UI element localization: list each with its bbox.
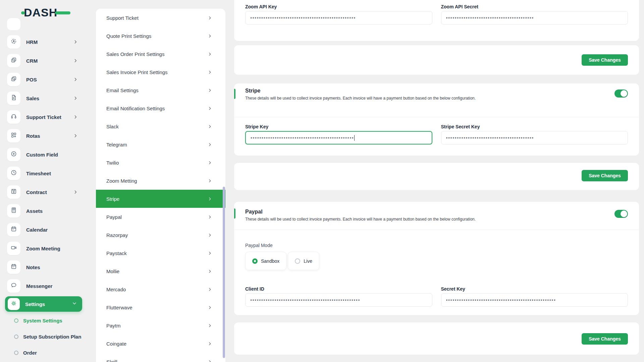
logo-dash-accent xyxy=(55,11,70,14)
chevron-right-icon xyxy=(208,70,212,74)
masked-key-input[interactable]: ****************************************… xyxy=(245,131,432,144)
field-label: Secret Key xyxy=(441,286,628,292)
settings-nav-item-label: Slack xyxy=(106,124,208,129)
masked-key-input[interactable]: ****************************************… xyxy=(245,11,432,24)
scrolled-nav-icon-tile xyxy=(7,18,20,30)
settings-submenu-item[interactable]: Order xyxy=(0,345,88,361)
settings-nav-item[interactable]: Email Notification Settings xyxy=(96,99,225,117)
chevron-right-icon xyxy=(73,133,78,138)
chevron-right-icon xyxy=(73,40,78,44)
settings-nav-item-label: Zoom Metting xyxy=(106,178,208,184)
sidebar-item[interactable]: POS xyxy=(0,70,88,89)
chevron-right-icon xyxy=(208,323,212,328)
sidebar-item[interactable]: Support Ticket xyxy=(0,108,88,126)
sidebar-item[interactable]: CRM xyxy=(0,51,88,70)
settings-nav-item[interactable]: Skrill xyxy=(96,353,225,362)
save-changes-button[interactable]: Save Changes xyxy=(582,333,628,345)
settings-nav-item-label: Coingate xyxy=(106,341,208,347)
settings-nav-item-label: Mercado xyxy=(106,287,208,292)
sidebar-item[interactable]: Assets xyxy=(0,201,88,220)
masked-key-input[interactable]: ****************************************… xyxy=(245,293,432,307)
settings-nav-item[interactable]: Twilio xyxy=(96,154,225,172)
radio-icon xyxy=(295,258,300,264)
settings-nav-item[interactable]: Paypal xyxy=(96,208,225,226)
chevron-right-icon xyxy=(208,88,212,93)
settings-nav-item[interactable]: Paystack xyxy=(96,244,225,262)
settings-nav-item[interactable]: Email Settings xyxy=(96,81,225,99)
settings-nav-item[interactable]: Sales Order Print Settings xyxy=(96,45,225,63)
chevron-right-icon xyxy=(208,215,212,219)
settings-nav-item[interactable]: Mercado xyxy=(96,280,225,298)
copy-icon xyxy=(10,57,17,65)
chat-icon xyxy=(10,282,17,290)
sidebar-item[interactable]: HRM xyxy=(0,33,88,51)
settings-nav-item[interactable]: Paytm xyxy=(96,316,225,335)
sidebar-item[interactable]: Messenger xyxy=(0,277,88,295)
settings-nav-item[interactable]: Zoom Metting xyxy=(96,172,225,190)
paypal-enabled-toggle[interactable] xyxy=(614,210,628,218)
toggle-knob xyxy=(621,90,627,97)
settings-nav-item[interactable]: Slack xyxy=(96,117,225,135)
sidebar-item[interactable]: Sales xyxy=(0,89,88,108)
field-label: Zoom API Key xyxy=(245,4,432,10)
chevron-right-icon xyxy=(73,96,78,101)
sidebar-item-label: Timesheet xyxy=(26,171,78,176)
save-changes-button[interactable]: Save Changes xyxy=(582,54,628,66)
chevron-right-icon xyxy=(73,115,78,119)
floppy-icon xyxy=(10,188,17,196)
stripe-enabled-toggle[interactable] xyxy=(614,89,628,98)
section-title: Paypal xyxy=(245,208,628,215)
chevron-right-icon xyxy=(208,251,212,255)
stripe-save-card: Save Changes xyxy=(234,163,639,190)
zoom-settings-card: Zoom API Key ***************************… xyxy=(234,0,639,41)
masked-key-input[interactable]: ****************************************… xyxy=(441,293,628,307)
field-label: Stripe Key xyxy=(245,124,432,130)
paypal-mode-option[interactable]: Live xyxy=(288,252,319,270)
settings-nav-item[interactable]: Flutterwave xyxy=(96,298,225,316)
chevron-right-icon xyxy=(208,287,212,292)
settings-nav-item[interactable]: Telegram xyxy=(96,135,225,154)
field-label: Stripe Secret Key xyxy=(441,124,628,130)
sidebar-item[interactable]: Contract xyxy=(0,183,88,201)
paypal-mode-option-label: Live xyxy=(304,258,312,264)
settings-panel-scrollbar[interactable] xyxy=(223,187,225,358)
settings-nav-item-label: Quote Print Settings xyxy=(106,33,208,39)
chevron-right-icon xyxy=(208,233,212,237)
primary-sidebar: DASH HRM CRM POS xyxy=(0,0,88,362)
primary-nav: HRM CRM POS xyxy=(0,33,88,295)
settings-nav-item[interactable]: Stripe xyxy=(96,190,225,208)
settings-nav-item[interactable]: Razorpay xyxy=(96,226,225,244)
masked-key-input[interactable]: **************************************** xyxy=(441,131,628,144)
sidebar-item-settings[interactable]: Settings xyxy=(5,296,82,312)
section-accent-bar xyxy=(234,89,235,99)
app-logo: DASH xyxy=(21,5,70,19)
video-icon xyxy=(10,244,17,252)
section-description: These details will be used to collect in… xyxy=(245,217,628,222)
sidebar-item[interactable]: Zoom Meeting xyxy=(0,239,88,258)
chevron-right-icon xyxy=(208,142,212,147)
save-changes-button[interactable]: Save Changes xyxy=(582,170,628,181)
sidebar-item-label: Support Ticket xyxy=(26,114,73,120)
masked-key-input[interactable]: **************************************** xyxy=(441,11,628,24)
paypal-mode-option[interactable]: Sandbox xyxy=(245,252,286,270)
logo-dot-accent xyxy=(21,11,25,14)
sidebar-item[interactable]: Notes xyxy=(0,258,88,277)
chevron-right-icon xyxy=(208,360,212,362)
sidebar-item[interactable]: Timesheet xyxy=(0,164,88,183)
settings-submenu: System Settings Setup Subscription Plan … xyxy=(0,312,88,361)
sidebar-item[interactable]: Custom Field xyxy=(0,145,88,164)
settings-submenu-item[interactable]: Setup Subscription Plan xyxy=(0,328,88,345)
chevron-right-icon xyxy=(73,190,78,194)
settings-submenu-item[interactable]: System Settings xyxy=(0,312,88,328)
settings-nav-item-label: Razorpay xyxy=(106,232,208,238)
settings-nav-item[interactable]: Support Ticket xyxy=(96,9,225,27)
chevron-right-icon xyxy=(208,124,212,129)
settings-nav-item[interactable]: Quote Print Settings xyxy=(96,27,225,45)
settings-nav-item[interactable]: Sales Invoice Print Settings xyxy=(96,63,225,81)
settings-nav-item[interactable]: Mollie xyxy=(96,262,225,280)
sidebar-item[interactable]: Calendar xyxy=(0,220,88,239)
sidebar-item[interactable]: Rotas xyxy=(0,126,88,145)
paypal-mode-label: Paypal Mode xyxy=(245,243,628,248)
settings-nav-item[interactable]: Coingate xyxy=(96,335,225,353)
chevron-right-icon xyxy=(208,269,212,274)
